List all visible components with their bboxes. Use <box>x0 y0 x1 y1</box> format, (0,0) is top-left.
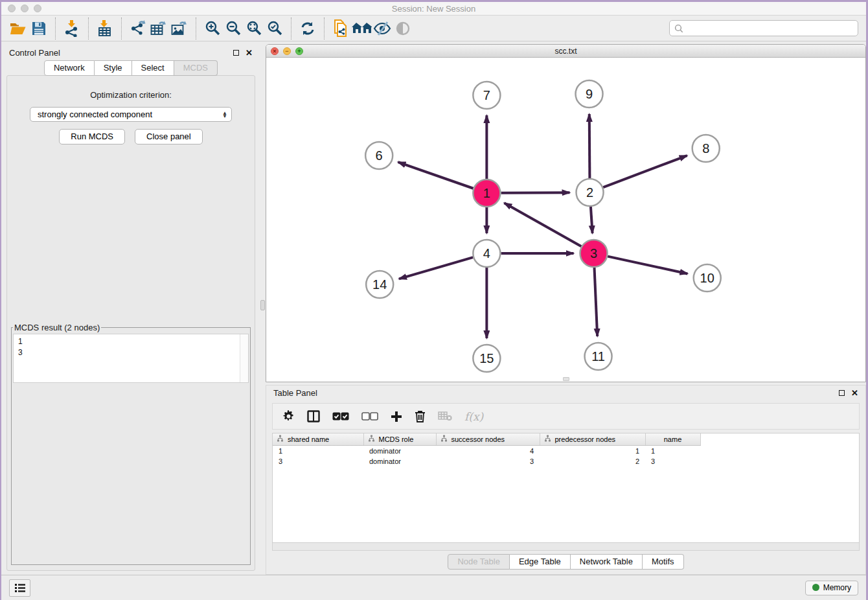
table-tabs: Node TableEdge TableNetwork TableMotifs <box>266 551 865 574</box>
hierarchy-icon <box>368 435 375 443</box>
graph-edge-2-8[interactable] <box>603 156 687 187</box>
graph-node-label: 3 <box>590 246 597 260</box>
export-table-icon[interactable] <box>148 18 169 39</box>
deselect-all-icon[interactable] <box>361 412 378 421</box>
tab-style[interactable]: Style <box>95 60 132 76</box>
control-panel-title: Control Panel <box>9 48 60 58</box>
float-table-panel-icon[interactable] <box>839 390 845 396</box>
graph-edge-3-11[interactable] <box>595 268 598 336</box>
close-panel-button[interactable]: Close panel <box>135 129 203 144</box>
zoom-window-icon[interactable] <box>34 5 41 12</box>
open-session-icon[interactable] <box>8 18 29 39</box>
table-cell[interactable]: dominator <box>363 445 436 456</box>
table-hscrollbar[interactable] <box>272 543 860 551</box>
result-scrollbar[interactable] <box>240 334 248 382</box>
window-controls <box>8 5 41 12</box>
delete-table-icon[interactable] <box>438 411 452 421</box>
control-panel-header: Control Panel ✕ <box>1 45 260 60</box>
graph-edge-3-1[interactable] <box>504 203 581 246</box>
toolbar-separator <box>196 17 196 40</box>
hierarchy-icon <box>277 435 284 443</box>
window-titlebar: Session: New Session <box>1 2 866 16</box>
import-table-icon[interactable] <box>95 18 115 39</box>
zoom-fit-icon[interactable] <box>244 18 264 39</box>
table-settings-icon[interactable] <box>282 410 295 422</box>
export-image-icon[interactable] <box>169 18 190 39</box>
zoom-out-icon[interactable] <box>223 18 244 39</box>
delete-column-icon[interactable] <box>415 410 426 422</box>
toolbar-separator <box>55 17 56 40</box>
mcds-result-text[interactable]: 1 3 <box>13 334 249 383</box>
dropdown-stepper-icon: ▲▼ <box>222 111 227 118</box>
table-cell[interactable]: 3 <box>436 456 540 467</box>
zoom-in-icon[interactable] <box>202 18 223 39</box>
minimize-window-icon[interactable] <box>21 5 29 12</box>
show-panels-icon[interactable] <box>9 579 30 597</box>
run-mcds-button[interactable]: Run MCDS <box>59 129 125 144</box>
add-column-icon[interactable] <box>391 411 402 422</box>
panel-splitter[interactable] <box>260 41 266 575</box>
network-resize-grabber[interactable] <box>563 377 569 381</box>
import-network-icon[interactable] <box>62 18 82 39</box>
table-tab-motifs[interactable]: Motifs <box>643 554 684 570</box>
show-all-icon[interactable] <box>393 18 413 39</box>
table-cell[interactable]: 3 <box>645 456 700 467</box>
table-tab-network-table[interactable]: Network Table <box>571 554 643 570</box>
graph-node-label: 9 <box>586 87 593 101</box>
table-cell[interactable]: 1 <box>273 445 363 456</box>
select-all-icon[interactable] <box>332 412 349 421</box>
window-title: Session: New Session <box>1 4 866 14</box>
table-row[interactable]: 3dominator323 <box>273 456 700 467</box>
graph-edge-1-2[interactable] <box>501 192 569 193</box>
table-cell[interactable]: dominator <box>363 456 436 467</box>
first-neighbors-icon[interactable] <box>351 18 372 39</box>
column-header-name[interactable]: name <box>645 433 700 445</box>
tab-mcds[interactable]: MCDS <box>174 60 218 76</box>
network-canvas[interactable]: 7968124314101511 <box>266 58 865 382</box>
graph-edge-2-9[interactable] <box>589 114 590 178</box>
graph-edge-2-3[interactable] <box>591 207 593 233</box>
table-tab-node-table[interactable]: Node Table <box>448 554 510 570</box>
function-builder-icon[interactable]: f(x) <box>464 410 483 423</box>
zoom-selected-icon[interactable] <box>264 18 285 39</box>
optimization-label: Optimization criterion: <box>7 90 255 100</box>
close-panel-icon[interactable]: ✕ <box>246 49 253 57</box>
table-cell[interactable]: 4 <box>436 445 540 456</box>
refresh-layout-icon[interactable] <box>297 18 318 39</box>
table-cell[interactable]: 1 <box>645 445 700 456</box>
close-table-panel-icon[interactable]: ✕ <box>851 389 858 397</box>
graph-edge-3-10[interactable] <box>608 257 687 274</box>
hierarchy-icon <box>440 435 448 443</box>
criterion-value: strongly connected component <box>38 110 152 119</box>
column-header-successor-nodes[interactable]: successor nodes <box>436 433 540 445</box>
tab-select[interactable]: Select <box>132 60 174 76</box>
float-panel-icon[interactable] <box>233 50 239 56</box>
column-header-predecessor-nodes[interactable]: predecessor nodes <box>540 433 645 445</box>
table-cell[interactable]: 2 <box>540 456 645 467</box>
mcds-panel: Optimization criterion: strongly connect… <box>6 75 255 571</box>
toggle-column-panel-icon[interactable] <box>307 410 320 422</box>
graph-edge-4-14[interactable] <box>399 257 473 279</box>
tab-network[interactable]: Network <box>44 60 95 76</box>
node-table: shared nameMCDS rolesuccessor nodesprede… <box>273 433 701 467</box>
toolbar-separator <box>291 17 291 40</box>
hide-selected-icon[interactable] <box>372 18 393 39</box>
network-view-window: × − + scc.txt 7968124314101511 <box>266 44 866 382</box>
search-input[interactable] <box>687 23 853 34</box>
table-cell[interactable]: 1 <box>540 445 645 456</box>
close-window-icon[interactable] <box>8 5 16 12</box>
table-panel: Table Panel ✕ <box>266 385 866 575</box>
splitter-grabber[interactable] <box>260 300 265 310</box>
graph-edge-1-6[interactable] <box>398 162 473 189</box>
save-session-icon[interactable] <box>29 18 49 39</box>
column-header-MCDS-role[interactable]: MCDS role <box>363 433 436 445</box>
table-cell[interactable]: 3 <box>273 456 363 467</box>
network-window-titlebar: × − + scc.txt <box>266 45 865 58</box>
table-tab-edge-table[interactable]: Edge Table <box>510 554 571 570</box>
export-network-icon[interactable] <box>128 18 148 39</box>
column-header-shared-name[interactable]: shared name <box>273 433 363 445</box>
memory-button[interactable]: Memory <box>805 581 858 595</box>
duplicate-network-icon[interactable] <box>330 18 351 39</box>
criterion-dropdown[interactable]: strongly connected component ▲▼ <box>30 107 232 122</box>
table-row[interactable]: 1dominator411 <box>273 445 700 456</box>
